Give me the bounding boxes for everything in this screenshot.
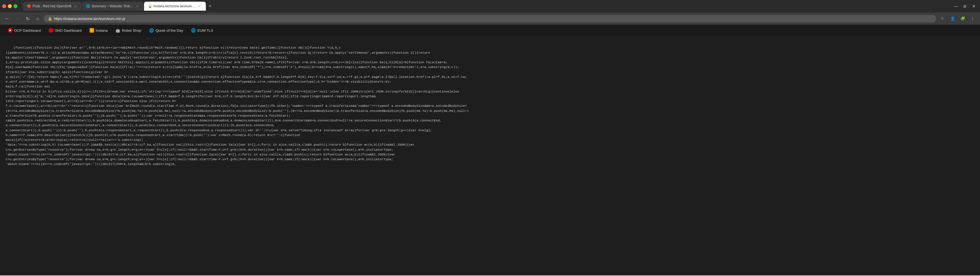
extensions-icon[interactable]: 🧩 <box>959 14 967 22</box>
tab-title-summary: Summary – Website: Rob… <box>92 4 134 8</box>
tab-close-summary[interactable]: ✕ <box>135 4 140 8</box>
minimize-window-icon[interactable]: — <box>952 2 960 10</box>
nav-item-ocp[interactable]: OCP Dashboard <box>5 26 44 34</box>
forward-button[interactable]: → <box>13 14 21 22</box>
tab-title-pods: Pods · Red Hat OpenShift <box>33 4 71 8</box>
tab-summary[interactable]: 🌐 Summary – Website: Rob… ✕ <box>82 2 143 11</box>
svg-point-0 <box>9 30 11 31</box>
lock-icon: 🔒 <box>48 17 52 21</box>
tab-title-eum: instana.techzone.lan/eum/eu… <box>154 4 196 8</box>
reload-button[interactable]: ↻ <box>24 14 32 22</box>
eum-globe-icon: 🌐 <box>191 28 196 33</box>
tab-eum[interactable]: 🔒 instana.techzone.lan/eum/eu… ✕ <box>144 2 206 11</box>
tab-close-pods[interactable]: ✕ <box>73 4 78 8</box>
tab-bar: 🔴 Pods · Red Hat OpenShift ✕ 🌐 Summary –… <box>21 2 951 11</box>
nav-item-quote[interactable]: 🌐 Quote of the Day <box>146 26 186 34</box>
minimize-button[interactable] <box>8 4 12 8</box>
nav-label-quote: Quote of the Day <box>156 29 183 33</box>
home-button[interactable]: ⌂ <box>34 14 41 22</box>
address-bar: ← → ↻ ⌂ 🔒 ☆ 👤 🧩 ⋮ <box>0 12 980 25</box>
nav-label-ocp: OCP Dashboard <box>14 29 41 33</box>
restore-window-icon[interactable]: ⧉ <box>961 2 969 10</box>
nav-item-eum[interactable]: 🌐 EUM TLS <box>188 26 216 34</box>
nav-label-instana: Instana <box>96 29 108 33</box>
title-bar: 🔴 Pods · Red Hat OpenShift ✕ 🌐 Summary –… <box>0 0 980 12</box>
tab-favicon-eum: 🔒 <box>148 4 152 8</box>
ocp-icon <box>8 28 12 33</box>
nav-item-instana[interactable]: i Instana <box>86 26 111 34</box>
nav-label-robot: Robot Shop <box>122 29 141 33</box>
window-controls <box>2 4 18 8</box>
close-window-icon[interactable]: ✕ <box>970 2 978 10</box>
toolbar-icons: ☆ 👤 🧩 ⋮ <box>939 14 977 22</box>
tab-pods[interactable]: 🔴 Pods · Red Hat OpenShift ✕ <box>23 2 81 11</box>
nav-item-robot[interactable]: 🤖 Robot Shop <box>112 26 145 34</box>
sno-icon <box>49 28 53 33</box>
tab-favicon-pods: 🔴 <box>27 4 31 8</box>
browser-window: 🔴 Pods · Red Hat OpenShift ✕ 🌐 Summary –… <box>0 0 980 276</box>
robot-icon: 🤖 <box>115 28 120 33</box>
profile-icon[interactable]: 👤 <box>948 14 956 22</box>
url-input[interactable] <box>54 17 932 21</box>
back-button[interactable]: ← <box>3 14 11 22</box>
tab-favicon-summary: 🌐 <box>86 4 90 8</box>
nav-item-sno[interactable]: SNO Dashboard <box>45 26 85 34</box>
menu-icon[interactable]: ⋮ <box>969 14 977 22</box>
maximize-button[interactable] <box>13 4 18 8</box>
instana-icon: i <box>89 28 94 33</box>
url-bar[interactable]: 🔒 <box>44 15 936 22</box>
new-tab-button[interactable]: + <box>207 2 214 10</box>
nav-label-eum: EUM TLS <box>197 29 213 33</box>
tab-close-eum[interactable]: ✕ <box>197 4 202 8</box>
nav-label-sno: SNO Dashboard <box>55 29 81 33</box>
code-content: (function(){function Za(){for(var a='',b… <box>0 36 980 276</box>
code-text: (function(){function Za(){for(var a='',b… <box>6 46 469 166</box>
quote-globe-icon: 🌐 <box>149 28 154 33</box>
close-button[interactable] <box>2 4 6 8</box>
bookmark-icon[interactable]: ☆ <box>939 14 946 22</box>
app-nav: OCP Dashboard SNO Dashboard i Instana 🤖 … <box>0 25 980 36</box>
